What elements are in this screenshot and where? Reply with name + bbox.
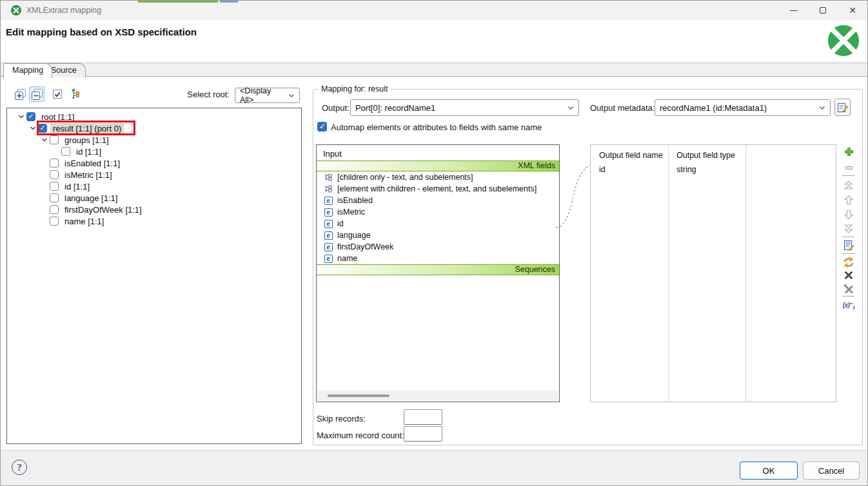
tree-item-isMetric[interactable]: isMetric [1:1]	[7, 169, 301, 180]
edit-selected-metadata-button[interactable]	[842, 239, 856, 252]
tree-item-label[interactable]: name [1:1]	[62, 216, 106, 227]
tree-structure-button[interactable]	[68, 86, 83, 102]
xml-field-label: firstDayOfWeek	[337, 242, 393, 251]
sequences-section-header: Sequences	[317, 264, 559, 275]
xml-field-item[interactable]: [element with children - element, text, …	[317, 183, 559, 195]
tree-checkbox[interactable]	[50, 135, 59, 144]
tree-checkbox[interactable]	[50, 217, 59, 226]
cancel-button[interactable]: Cancel	[803, 462, 860, 480]
element-icon: e	[324, 231, 333, 240]
xml-field-item[interactable]: e name	[317, 253, 559, 264]
tree-item-label[interactable]: id [1:1]	[62, 181, 92, 192]
toolbar-separator	[842, 175, 854, 176]
tab-mapping[interactable]: Mapping	[3, 63, 52, 78]
tree-checkbox[interactable]	[50, 159, 59, 168]
tree-checkbox[interactable]	[38, 124, 47, 133]
arrow-up-icon	[843, 194, 854, 206]
tree-checkbox[interactable]	[26, 112, 35, 121]
expander-chevron-icon[interactable]	[16, 114, 26, 119]
tree-checkbox[interactable]	[50, 182, 59, 191]
maximize-button[interactable]	[808, 1, 838, 20]
xml-field-item[interactable]: [children only - text, and subelements]	[317, 171, 559, 183]
horizontal-scrollbar[interactable]	[317, 391, 558, 401]
clear-all-mappings-button[interactable]	[842, 282, 856, 295]
xmlextract-mapping-dialog: XMLExtract mapping ✕ Edit mapping based …	[0, 0, 868, 486]
tree-item-label[interactable]: language [1:1]	[62, 193, 120, 204]
automap-button[interactable]	[842, 256, 856, 269]
tree-checkbox[interactable]	[50, 193, 59, 202]
xsd-tree: root [1:1] result [1:1] (port 0) groups …	[6, 108, 302, 444]
titlebar: XMLExtract mapping ✕	[1, 1, 867, 20]
output-metadata-value: recordName1 (id:Metadata1)	[660, 103, 767, 113]
edit-metadata-button[interactable]	[834, 99, 851, 116]
element-icon: e	[324, 208, 333, 217]
check-subtree-button[interactable]	[50, 86, 65, 102]
max-record-count-input[interactable]	[404, 426, 442, 442]
expand-all-icon	[14, 88, 26, 101]
tree-item-result[interactable]: result [1:1] (port 0)	[7, 122, 301, 134]
tree-item-label[interactable]: result [1:1] (port 0)	[50, 123, 124, 134]
remove-field-button[interactable]	[842, 161, 856, 174]
tree-item-isEnabled[interactable]: isEnabled [1:1]	[7, 157, 301, 169]
collapse-all-button[interactable]	[29, 86, 44, 102]
tree-item-language[interactable]: language [1:1]	[7, 192, 301, 204]
tree-checkbox[interactable]	[50, 170, 59, 179]
tree-checkbox[interactable]	[50, 205, 59, 214]
tree-item-label[interactable]: isMetric [1:1]	[62, 170, 115, 180]
tree-checkbox[interactable]	[61, 147, 70, 156]
arrow-down-icon	[843, 209, 854, 220]
output-metadata-label: Output metadata:	[590, 103, 655, 113]
move-up-button[interactable]	[842, 193, 856, 206]
expander-chevron-icon[interactable]	[28, 126, 38, 131]
output-port-dropdown[interactable]: Port[0]: recordName1	[350, 99, 579, 116]
scrollbar-thumb[interactable]	[328, 394, 390, 397]
output-field-name: id	[599, 165, 606, 174]
mapping-tab-content: Select root: <Display All> root [1:1]	[1, 77, 867, 450]
tree-item-name[interactable]: name [1:1]	[7, 215, 301, 227]
expander-chevron-icon[interactable]	[39, 137, 50, 142]
xml-field-item[interactable]: e isEnabled	[317, 195, 559, 206]
tree-item-label[interactable]: root [1:1]	[39, 112, 77, 122]
mapping-connector	[555, 162, 595, 233]
xml-field-label: [element with children - element, text, …	[337, 184, 537, 193]
tree-item-groups-id[interactable]: id [1:1]	[7, 146, 301, 157]
edit-metadata-icon	[837, 102, 849, 113]
tree-item-id[interactable]: id [1:1]	[7, 180, 301, 192]
chevron-down-icon	[819, 106, 825, 110]
tree-item-root[interactable]: root [1:1]	[7, 111, 301, 122]
xml-field-label: name	[337, 254, 357, 263]
move-down-button[interactable]	[842, 208, 856, 221]
xml-field-item[interactable]: e id	[317, 218, 559, 229]
expression-button[interactable]: (x)∞1	[842, 299, 856, 312]
mapping-for-group: Mapping for: result Output: Port[0]: rec…	[313, 89, 863, 445]
skip-records-label: Skip records:	[317, 414, 366, 423]
group-title: Mapping for: result	[319, 84, 391, 93]
tree-item-label[interactable]: groups [1:1]	[62, 135, 112, 146]
xml-field-item[interactable]: e isMetric	[317, 206, 559, 218]
help-button[interactable]: ?	[12, 460, 27, 475]
minimize-button[interactable]	[778, 1, 808, 20]
expression-icon: (x)∞1	[843, 301, 855, 310]
tree-item-label[interactable]: firstDayOfWeek [1:1]	[62, 204, 144, 215]
tree-item-label[interactable]: isEnabled [1:1]	[62, 158, 123, 169]
add-field-button[interactable]	[842, 145, 856, 158]
clear-mapping-button[interactable]	[842, 269, 856, 282]
xml-field-item[interactable]: e language	[317, 229, 559, 241]
chevron-down-icon	[288, 93, 295, 98]
select-root-dropdown[interactable]: <Display All>	[235, 88, 300, 103]
skip-records-input[interactable]	[404, 409, 442, 425]
output-metadata-dropdown[interactable]: recordName1 (id:Metadata1)	[655, 99, 831, 116]
expand-all-button[interactable]	[12, 86, 28, 102]
toolbar-separator	[842, 296, 854, 296]
tree-item-groups[interactable]: groups [1:1]	[7, 134, 301, 146]
ok-button[interactable]: OK	[740, 462, 798, 480]
checked-checkbox-icon	[52, 88, 63, 100]
tree-item-label[interactable]: id [1:1]	[74, 146, 104, 157]
move-top-button[interactable]	[842, 179, 856, 191]
background-window-sliver	[138, 1, 218, 3]
automap-checkbox[interactable]	[317, 122, 327, 131]
close-button[interactable]: ✕	[838, 1, 867, 20]
tree-item-firstDayOfWeek[interactable]: firstDayOfWeek [1:1]	[7, 204, 301, 215]
xml-field-item[interactable]: e firstDayOfWeek	[317, 241, 559, 253]
move-bottom-button[interactable]	[842, 222, 856, 235]
